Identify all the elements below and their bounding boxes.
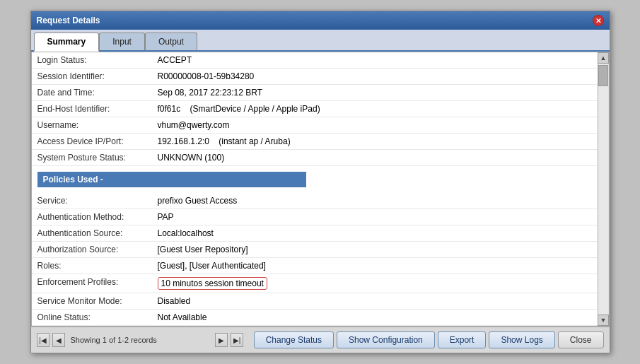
table-row: Date and Time: Sep 08, 2017 22:23:12 BRT	[32, 85, 598, 101]
field-value: Local:localhost	[152, 225, 598, 242]
field-value: PAP	[152, 209, 598, 225]
bottom-bar: |◀ ◀ Showing 1 of 1-2 records ▶ ▶| Chang…	[31, 327, 610, 353]
field-value: R00000008-01-59b34280	[152, 69, 598, 85]
field-label: Roles:	[32, 258, 152, 274]
enforcement-profile-value: 10 minutos session timeout	[152, 274, 598, 293]
table-row: Online Status: Not Available	[32, 310, 598, 326]
field-value: prefixo Guest Access	[152, 193, 598, 209]
table-row: Login Status: ACCEPT	[32, 52, 598, 69]
field-label: Online Status:	[32, 310, 152, 326]
field-label: System Posture Status:	[32, 150, 152, 166]
scroll-down-button[interactable]: ▼	[598, 315, 609, 326]
field-label: Login Status:	[32, 52, 152, 69]
show-logs-button[interactable]: Show Logs	[489, 331, 554, 348]
field-label: Date and Time:	[32, 85, 152, 101]
table-row: Authorization Source: [Guest User Reposi…	[32, 242, 598, 258]
table-row: Access Device IP/Port: 192.168.1.2:0 (in…	[32, 134, 598, 150]
dialog-title: Request Details	[37, 16, 100, 25]
content-area: Login Status: ACCEPT Session Identifier:…	[31, 52, 610, 327]
enforcement-highlight: 10 minutos session timeout	[158, 277, 267, 290]
field-label: Enforcement Profiles:	[32, 274, 152, 293]
request-details-dialog: Request Details ✕ Summary Input Output L…	[30, 11, 610, 353]
last-page-button[interactable]: ▶|	[231, 333, 243, 347]
field-value: Not Available	[152, 310, 598, 326]
title-bar: Request Details ✕	[31, 11, 610, 30]
tab-bar: Summary Input Output	[31, 30, 610, 52]
table-row: Authentication Method: PAP	[32, 209, 598, 225]
field-value: UNKNOWN (100)	[152, 150, 598, 166]
info-table: Login Status: ACCEPT Session Identifier:…	[32, 52, 598, 326]
field-value: Disabled	[152, 293, 598, 310]
field-value: vhum@qwerty.com	[152, 117, 598, 134]
summary-content: Login Status: ACCEPT Session Identifier:…	[32, 52, 598, 326]
table-row: Authentication Source: Local:localhost	[32, 225, 598, 242]
field-value: [Guest User Repository]	[152, 242, 598, 258]
field-label: Username:	[32, 117, 152, 134]
table-row: Roles: [Guest], [User Authenticated]	[32, 258, 598, 274]
next-page-button[interactable]: ▶	[215, 333, 228, 347]
field-label: Authentication Method:	[32, 209, 152, 225]
tab-output[interactable]: Output	[145, 33, 197, 50]
first-page-button[interactable]: |◀	[37, 333, 50, 347]
field-label: Service Monitor Mode:	[32, 293, 152, 310]
prev-page-button[interactable]: ◀	[52, 333, 65, 347]
field-label: Service:	[32, 193, 152, 209]
close-button[interactable]: Close	[558, 331, 604, 348]
table-row: End-Host Identifier: f0f61c (SmartDevice…	[32, 101, 598, 117]
policies-section-header-row: Policies Used -	[32, 166, 598, 194]
field-label: Authentication Source:	[32, 225, 152, 242]
scroll-up-button[interactable]: ▲	[598, 52, 609, 64]
table-row: Session Identifier: R00000008-01-59b3428…	[32, 69, 598, 85]
field-label: End-Host Identifier:	[32, 101, 152, 117]
change-status-button[interactable]: Change Status	[254, 331, 334, 348]
policies-header: Policies Used -	[37, 172, 306, 187]
close-icon[interactable]: ✕	[593, 15, 604, 26]
table-row: Username: vhum@qwerty.com	[32, 117, 598, 134]
tab-input[interactable]: Input	[99, 33, 145, 50]
record-info: Showing 1 of 1-2 records	[71, 336, 212, 344]
show-configuration-button[interactable]: Show Configuration	[337, 331, 435, 348]
scrollbar: ▲ ▼	[598, 52, 609, 326]
table-row: Service Monitor Mode: Disabled	[32, 293, 598, 310]
field-value: [Guest], [User Authenticated]	[152, 258, 598, 274]
field-label: Authorization Source:	[32, 242, 152, 258]
table-row: Enforcement Profiles: 10 minutos session…	[32, 274, 598, 293]
scroll-track	[598, 64, 608, 315]
field-value: ACCEPT	[152, 52, 598, 69]
scroll-thumb[interactable]	[598, 65, 608, 86]
field-value: Sep 08, 2017 22:23:12 BRT	[152, 85, 598, 101]
field-label: Access Device IP/Port:	[32, 134, 152, 150]
tab-summary[interactable]: Summary	[34, 33, 100, 52]
table-row: Service: prefixo Guest Access	[32, 193, 598, 209]
field-value: f0f61c (SmartDevice / Apple / Apple iPad…	[152, 101, 598, 117]
field-label: Session Identifier:	[32, 69, 152, 85]
table-row: System Posture Status: UNKNOWN (100)	[32, 150, 598, 166]
field-value: 192.168.1.2:0 (instant ap / Aruba)	[152, 134, 598, 150]
export-button[interactable]: Export	[438, 331, 487, 348]
